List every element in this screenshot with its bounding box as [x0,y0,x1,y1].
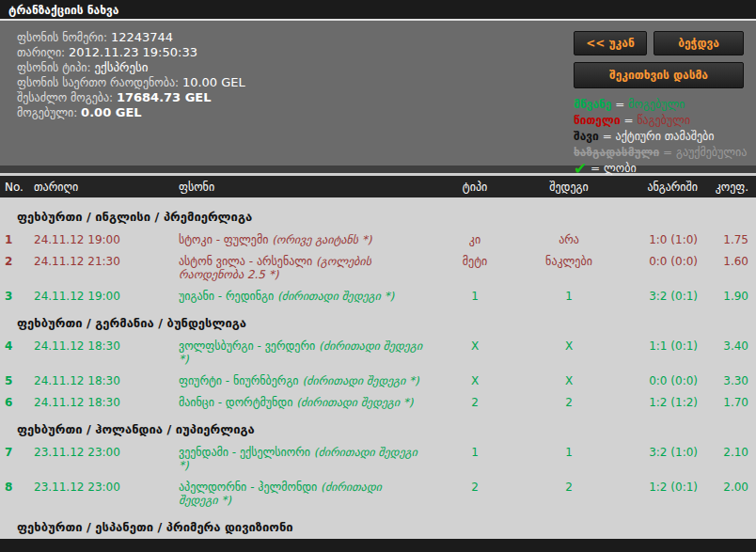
cell-result: X [517,374,621,387]
back-button[interactable]: << უკან [574,31,647,55]
cell-date: 24.11.12 18:30 [34,339,141,353]
match-name: მაინცი - დორტმუნდი [179,396,296,409]
cell-date: 24.11.12 21:30 [34,255,141,268]
info-value: 17684.73 GEL [117,90,212,104]
legend-item-strikethrough: ხაზგადასმული = გაუქმებულია [574,145,744,161]
market-name: (ძირითადი შედეგი *) [296,396,413,409]
cell-no: 8 [0,481,34,494]
match-name: ვეენდამი - ექსელსიორი [179,446,314,459]
cell-type: X [433,374,517,387]
cell-date: 24.11.12 19:00 [34,290,141,303]
cell-score: 3:2 (1:0) [621,446,701,459]
legend-term: წითელი [574,114,621,127]
legend-desc: აქტიური თამაშები [616,130,715,143]
cell-coef: 1.70 [701,396,756,409]
table-header: No. თარიღი ფსონი ტიპი შედეგი ანგარიში კო… [0,176,756,197]
legend-item-red: წითელი = წაგებული [574,113,744,129]
cell-score: 3:2 (0:1) [621,290,701,303]
cell-type: 2 [433,396,517,409]
legend-desc: წაგებული [637,114,690,127]
cell-bet: ასტონ ვილა - არსენალი (გოლების რაოდენობა… [141,255,433,281]
col-header-bet: ფსონი [141,181,433,194]
table-row: 224.11.12 21:30ასტონ ვილა - არსენალი (გო… [0,251,756,286]
equals-sign: = [663,146,672,159]
info-label: თარიღი: [17,46,65,59]
cell-result: 1 [517,446,621,459]
info-label: ფსონის ტიპი: [17,61,91,74]
section-title: ფეხბურთი / ჰოლანდია / იუპიერლიგა [0,414,756,442]
match-name: ვოლფსბურგი - ვერდერი [179,339,319,353]
bet-info-panel: ფსონის ნომერი: 12243744 თარიღი: 2012.11.… [0,21,756,166]
legend: მწვანე = მოგებული წითელი = წაგებული შავი… [574,97,744,177]
cell-date: 24.11.12 18:30 [34,374,141,387]
table-row: 524.11.12 18:30ფიურტი - ნიურნბერგი (ძირი… [0,371,756,392]
cell-bet: ვეენდამი - ექსელსიორი (ძირითადი შედეგი *… [141,446,433,472]
cell-score: 1:1 (0:1) [621,339,701,353]
info-label: ფსონის ნომერი: [17,31,107,44]
transaction-view-page: ტრანზაქციის ნახვა ფსონის ნომერი: 1224374… [0,0,756,552]
info-label: შესაძლო მოგება: [17,91,113,104]
cell-coef: 2.00 [701,481,756,494]
cell-score: 0:0 (0:0) [621,255,701,268]
col-header-date: თარიღი [34,181,141,194]
cell-type: 1 [433,290,517,303]
match-name: სტოკი - ფულემი [179,233,272,246]
section-title: ფეხბურთი / ინგლისი / პრემიერლიგა [0,201,756,229]
info-value: 0.00 GEL [81,105,141,119]
cell-date: 24.11.12 19:00 [34,233,141,246]
col-header-no: No. [0,181,34,194]
table-row: 124.11.12 19:00სტოკი - ფულემი (ორივე გაი… [0,229,756,251]
legend-item-black: შავი = აქტიური თამაშები [574,129,744,145]
info-label: მოგებული: [17,106,77,119]
match-name: უიგანი - რედინგი [179,290,277,303]
cell-score: 1:0 (1:0) [621,233,701,246]
cell-score: 1:2 (1:2) [621,396,701,409]
col-header-score: ანგარიში [621,181,701,194]
cell-type: 1 [433,446,517,459]
cell-type: X [433,339,517,353]
ask-question-button[interactable]: შეკითხვის დასმა [574,62,744,88]
cell-result: X [517,339,621,353]
col-header-result: შედეგი [517,181,621,194]
col-header-coef: კოეფ. [701,181,756,194]
equals-sign: = [623,114,633,127]
table-row: 424.11.12 18:30ვოლფსბურგი - ვერდერი (ძირ… [0,336,756,371]
cell-result: 2 [517,481,621,494]
cell-no: 5 [0,374,34,387]
cell-bet: მაინცი - დორტმუნდი (ძირითადი შედეგი *) [141,396,433,409]
cell-no: 4 [0,339,34,353]
cell-bet: ფიურტი - ნიურნბერგი (ძირითადი შედეგი *) [141,374,433,387]
equals-sign: = [615,98,624,111]
cell-no: 1 [0,233,34,246]
cell-date: 24.11.12 18:30 [34,396,141,409]
match-name: აპელდორნი - ჰელმონდი [179,481,321,494]
market-name: (ძირითადი შედეგი *) [302,374,418,387]
legend-desc: ლობი [604,162,637,175]
cell-no: 7 [0,446,34,459]
print-button[interactable]: ბეჭდვა [654,31,744,55]
legend-desc: გაუქმებულია [676,146,747,159]
info-label: ფსონის საერთო რაოდენობა: [17,76,179,89]
market-name: (ძირითადი შედეგი *) [277,290,394,303]
cell-no: 2 [0,255,34,268]
cell-coef: 2.10 [701,446,756,459]
cell-coef: 3.30 [701,374,756,387]
legend-term: მწვანე [574,98,611,111]
cell-result: არა [517,233,621,246]
table-row: 624.11.12 18:30მაინცი - დორტმუნდი (ძირით… [0,392,756,414]
cell-result: 2 [517,396,621,409]
match-name: ასტონ ვილა - არსენალი [179,255,316,268]
cell-type: 2 [433,481,517,494]
cell-score: 0:0 (0:0) [621,374,701,387]
cell-score: 1:2 (0:1) [621,481,701,494]
legend-term: ხაზგადასმული [574,146,659,159]
info-value: 12243744 [111,30,173,44]
match-name: ფიურტი - ნიურნბერგი [179,374,302,387]
actions-block: << უკან ბეჭდვა შეკითხვის დასმა მწვანე = … [574,31,744,177]
cell-coef: 3.40 [701,339,756,353]
cell-coef: 1.75 [701,233,756,246]
cell-no: 3 [0,290,34,303]
section-title: ფეხბურთი / ესპანეთი / პრიმერა დივიზიონი [0,512,756,539]
cell-no: 6 [0,396,34,409]
footer-bar [0,539,756,552]
